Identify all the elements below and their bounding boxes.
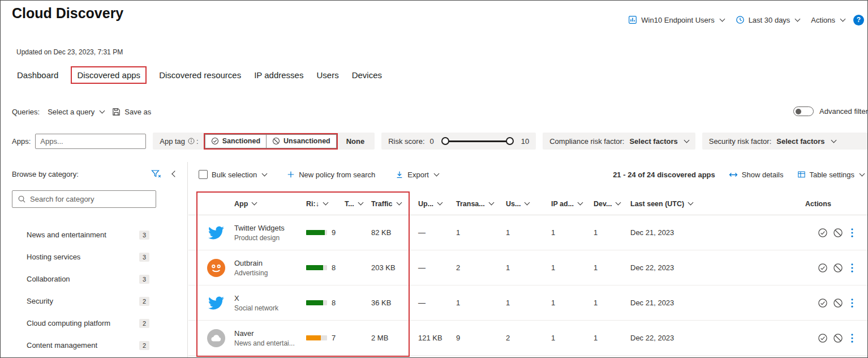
traffic-cell: 36 KB bbox=[371, 299, 418, 307]
unsanction-action-icon[interactable] bbox=[833, 228, 843, 238]
last-seen-cell: Dec 22, 2023 bbox=[630, 334, 805, 342]
sidebar-item-collaboration[interactable]: Collaboration3 bbox=[1, 268, 187, 290]
slider-max-handle[interactable] bbox=[506, 137, 514, 145]
sidebar-item-security[interactable]: Security2 bbox=[1, 290, 187, 312]
column-header-up[interactable]: Up... bbox=[418, 200, 456, 208]
column-header-traffic[interactable]: Traffic bbox=[371, 200, 418, 208]
app-tag-label: App tag bbox=[160, 137, 185, 146]
traffic-cell: 203 KB bbox=[371, 263, 418, 272]
more-actions-icon[interactable] bbox=[848, 298, 856, 308]
info-icon[interactable] bbox=[188, 138, 195, 144]
app-cell[interactable]: XSocial network bbox=[234, 294, 306, 312]
app-name[interactable]: X bbox=[234, 294, 306, 302]
column-header-dev[interactable]: Dev... bbox=[594, 200, 630, 208]
none-filter-button[interactable]: None bbox=[343, 137, 368, 146]
bulk-selection-checkbox[interactable] bbox=[199, 170, 208, 179]
table-row[interactable]: OutbrainAdvertising8203 KB—2111Dec 22, 2… bbox=[188, 250, 867, 285]
column-header-actions[interactable]: Actions bbox=[805, 200, 867, 208]
sanction-action-icon[interactable] bbox=[818, 298, 828, 308]
table-row[interactable]: Twitter WidgetsProduct design982 KB—1111… bbox=[188, 215, 867, 250]
app-cell[interactable]: Twitter WidgetsProduct design bbox=[234, 224, 306, 242]
table-settings-dropdown[interactable]: Table settings bbox=[797, 171, 865, 179]
table-row[interactable]: XSocial network836 KB—1111Dec 21, 2023 bbox=[188, 285, 867, 321]
bulk-selection-dropdown[interactable]: Bulk selection bbox=[199, 170, 267, 179]
show-details-button[interactable]: Show details bbox=[729, 171, 784, 179]
tab-ip-addresses[interactable]: IP addresses bbox=[253, 66, 304, 84]
actions-menu-button[interactable]: Actions bbox=[806, 14, 850, 27]
export-dropdown[interactable]: Export bbox=[396, 171, 439, 179]
category-count-badge: 3 bbox=[139, 253, 149, 262]
new-policy-label: New policy from search bbox=[299, 171, 375, 179]
app-category: Social network bbox=[234, 304, 306, 312]
clear-filters-icon[interactable] bbox=[151, 169, 161, 178]
risk-bar-fill bbox=[306, 265, 323, 270]
risk-score-slider[interactable] bbox=[441, 137, 514, 146]
save-as-button[interactable]: Save as bbox=[112, 108, 151, 116]
last-seen-cell: Dec 21, 2023 bbox=[630, 228, 805, 237]
more-actions-icon[interactable] bbox=[848, 263, 856, 273]
sidebar-item-cloud-computing-platform[interactable]: Cloud computing platform2 bbox=[1, 312, 187, 334]
category-search-input[interactable] bbox=[30, 195, 151, 203]
risk-score-cell: 7 bbox=[306, 334, 345, 342]
category-count-badge: 2 bbox=[139, 319, 149, 328]
queries-label: Queries: bbox=[12, 108, 40, 116]
stream-selector[interactable]: Win10 Endpoint Users bbox=[623, 13, 729, 27]
sidebar-item-news-and-entertainment[interactable]: News and entertainment3 bbox=[1, 224, 187, 246]
advanced-filter-toggle[interactable] bbox=[793, 106, 814, 116]
unsanction-action-icon[interactable] bbox=[833, 263, 843, 273]
sidebar-item-content-management[interactable]: Content management2 bbox=[1, 334, 187, 356]
app-name[interactable]: Outbrain bbox=[234, 259, 306, 267]
sanction-action-icon[interactable] bbox=[818, 263, 828, 273]
security-risk-filter[interactable]: Security risk factor: Select factors bbox=[702, 133, 868, 150]
unsanction-action-icon[interactable] bbox=[833, 298, 843, 308]
select-query-dropdown[interactable]: Select a query bbox=[48, 108, 104, 116]
chevron-down-icon bbox=[840, 16, 846, 22]
chevron-down-icon bbox=[433, 171, 439, 176]
actions-label: Actions bbox=[811, 16, 835, 24]
column-header-last-seen-utc[interactable]: Last seen (UTC) bbox=[630, 200, 805, 208]
chevron-down-icon bbox=[831, 137, 836, 143]
compliance-risk-filter[interactable]: Compliance risk factor: Select factors bbox=[543, 133, 695, 150]
ip-addresses-cell: 1 bbox=[551, 299, 594, 307]
tab-dashboard[interactable]: Dashboard bbox=[16, 66, 59, 84]
column-header-us[interactable]: Us... bbox=[506, 200, 551, 208]
row-actions bbox=[805, 298, 867, 308]
tab-discovered-resources[interactable]: Discovered resources bbox=[158, 66, 242, 84]
tab-discovered-apps[interactable]: Discovered apps bbox=[71, 66, 147, 84]
save-as-label: Save as bbox=[124, 108, 151, 116]
sidebar-item-hosting-services[interactable]: Hosting services3 bbox=[1, 246, 187, 268]
upload-cell: 121 KB bbox=[418, 334, 456, 342]
sanction-action-icon[interactable] bbox=[818, 228, 828, 238]
time-range-selector[interactable]: Last 30 days bbox=[731, 13, 805, 27]
slider-min-handle[interactable] bbox=[441, 137, 449, 145]
left-right-arrows-icon bbox=[729, 171, 738, 178]
sanctioned-filter-button[interactable]: Sanctioned bbox=[205, 134, 267, 148]
app-category: News and entertai... bbox=[234, 339, 306, 347]
more-actions-icon[interactable] bbox=[848, 228, 856, 238]
unsanction-action-icon[interactable] bbox=[833, 333, 843, 343]
unsanctioned-filter-button[interactable]: Unsanctioned bbox=[266, 134, 337, 148]
collapse-sidebar-icon[interactable] bbox=[171, 171, 178, 177]
apps-input[interactable] bbox=[35, 134, 146, 149]
app-name[interactable]: Twitter Widgets bbox=[234, 224, 306, 232]
sanction-action-icon[interactable] bbox=[818, 333, 828, 343]
column-label: Actions bbox=[805, 200, 831, 208]
column-header-t[interactable]: T... bbox=[345, 200, 371, 208]
new-policy-button[interactable]: New policy from search bbox=[287, 171, 375, 179]
column-header-ip-ad[interactable]: IP ad... bbox=[551, 200, 594, 208]
column-header-ri[interactable]: Ri:↓ bbox=[306, 200, 345, 208]
app-name[interactable]: Naver bbox=[234, 329, 306, 338]
tab-users[interactable]: Users bbox=[316, 66, 339, 84]
traffic-cell: 82 KB bbox=[371, 228, 418, 237]
column-header-transa[interactable]: Transa... bbox=[456, 200, 506, 208]
app-cell[interactable]: OutbrainAdvertising bbox=[234, 259, 306, 277]
chevron-down-icon bbox=[396, 200, 402, 206]
users-cell: 1 bbox=[506, 299, 551, 307]
help-icon[interactable]: ? bbox=[853, 15, 864, 25]
column-header-app[interactable]: App bbox=[234, 200, 306, 208]
table-row[interactable]: NaverNews and entertai...72 MB121 KB9211… bbox=[188, 321, 867, 356]
column-label: Last seen (UTC) bbox=[630, 200, 684, 208]
more-actions-icon[interactable] bbox=[848, 333, 856, 343]
app-cell[interactable]: NaverNews and entertai... bbox=[234, 329, 306, 347]
tab-devices[interactable]: Devices bbox=[351, 66, 383, 84]
